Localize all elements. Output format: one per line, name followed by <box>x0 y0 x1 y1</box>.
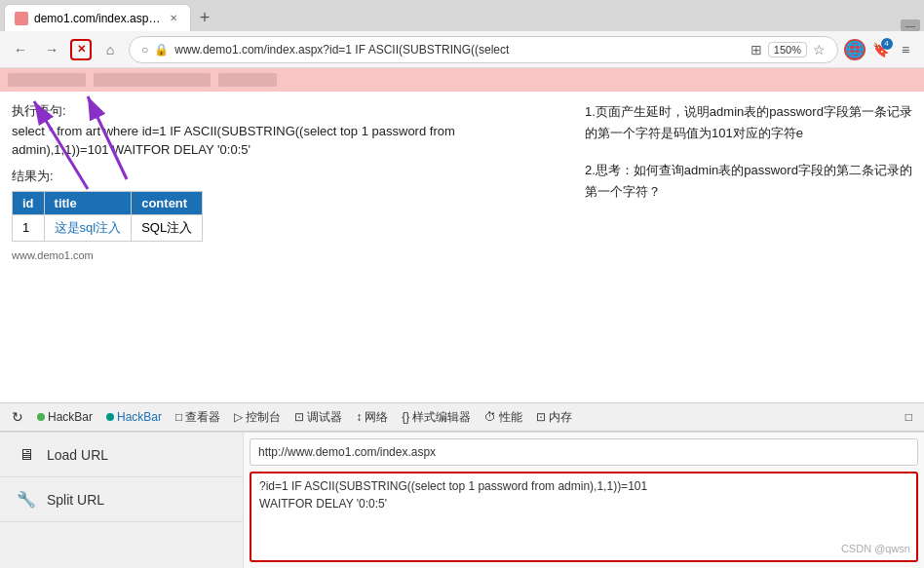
devtools-console[interactable]: ▷ 控制台 <box>228 407 287 428</box>
hackbar-panel: 🖥 Load URL 🔧 Split URL http://www.demo1.… <box>0 432 924 568</box>
devtools-network[interactable]: ↕ 网络 <box>350 407 394 428</box>
active-tab[interactable]: demo1.com/index.aspx?id=1 ✕ <box>4 4 191 31</box>
devtools-debugger[interactable]: ⊡ 调试器 <box>289 407 348 428</box>
inspector-label: 查看器 <box>185 409 220 426</box>
performance-icon: ⏱ <box>484 410 496 424</box>
address-text: www.demo1.com/index.aspx?id=1 IF ASCII(S… <box>174 43 745 57</box>
inspector-icon: □ <box>175 410 182 424</box>
main-area: 执行语句: select * from art where id=1 IF AS… <box>0 92 924 402</box>
nav-icons: 🌐 🔖 4 ≡ <box>844 39 916 60</box>
debugger-icon: ⊡ <box>294 410 304 424</box>
refresh-icon: ↻ <box>12 409 23 425</box>
devtools-side-icon[interactable]: □ <box>900 408 918 426</box>
network-label: 网络 <box>365 409 388 426</box>
result-label: 结果为: <box>12 168 561 185</box>
sql-query: select * from art where id=1 IF ASCII(SU… <box>12 122 561 160</box>
bookmark-icon[interactable]: ☆ <box>813 42 826 57</box>
col-id: id <box>13 191 45 214</box>
cell-id: 1 <box>13 214 45 241</box>
load-url-button[interactable]: 🖥 Load URL <box>0 433 243 477</box>
url-top-text: http://www.demo1.com/index.aspx <box>258 445 436 459</box>
window-minimize-button[interactable]: — <box>901 19 920 31</box>
load-url-label: Load URL <box>47 447 108 463</box>
cell-title: 这是sql注入 <box>44 214 132 241</box>
memory-icon: ⊡ <box>536 410 546 424</box>
col-content: content <box>132 191 203 214</box>
browser-window: demo1.com/index.aspx?id=1 ✕ + — ← → ✕ ⌂ … <box>0 0 924 568</box>
back-button[interactable]: ← <box>8 37 33 62</box>
url-bottom-line2: WAITFOR DELAY '0:0:5' <box>259 495 908 512</box>
devtools-inspector[interactable]: □ 查看器 <box>170 407 226 428</box>
tab-favicon <box>15 12 28 25</box>
debugger-label: 调试器 <box>307 409 342 426</box>
console-label: 控制台 <box>246 409 281 426</box>
nav-bar: ← → ✕ ⌂ ○ 🔒 www.demo1.com/index.aspx?id=… <box>0 31 924 68</box>
annotation-text-2: 2.思考：如何查询admin表的password字段的第二条记录的第一个字符？ <box>585 160 912 203</box>
cell-content: SQL注入 <box>132 214 203 241</box>
hackbar-left-panel: 🖥 Load URL 🔧 Split URL <box>0 433 244 568</box>
result-table: id title content 1 这是sql注入 SQL注入 <box>12 191 203 242</box>
tab-close-button[interactable]: ✕ <box>167 12 180 25</box>
devtools-bar: ↻ HackBar HackBar □ 查看器 ▷ 控制台 ⊡ 调试器 <box>0 402 924 432</box>
page-content: 执行语句: select * from art where id=1 IF AS… <box>0 92 924 568</box>
address-bar[interactable]: ○ 🔒 www.demo1.com/index.aspx?id=1 IF ASC… <box>129 36 838 63</box>
annotation-text-1: 1.页面产生延时，说明admin表的password字段第一条记录的第一个字符是… <box>585 101 912 144</box>
grid-icon: ⊞ <box>751 42 762 57</box>
hackbar-right-panel: http://www.demo1.com/index.aspx ?id=1 IF… <box>244 433 924 568</box>
anno-block-2 <box>94 73 211 87</box>
col-title: title <box>44 191 132 214</box>
style-label: 样式编辑器 <box>412 409 471 426</box>
console-icon: ▷ <box>234 410 243 424</box>
split-url-icon: 🔧 <box>16 489 37 511</box>
performance-label: 性能 <box>499 409 522 426</box>
dot-teal-icon <box>106 413 114 421</box>
tab-title: demo1.com/index.aspx?id=1 <box>34 12 161 25</box>
new-tab-button[interactable]: + <box>191 4 218 31</box>
annotation-bar <box>0 68 924 92</box>
sql-label: 执行语句: <box>12 101 561 122</box>
network-icon: ↕ <box>356 410 362 424</box>
devtools-hackbar-1[interactable]: HackBar <box>31 408 98 426</box>
menu-icon[interactable]: ≡ <box>895 39 916 60</box>
devtools-style-editor[interactable]: {} 样式编辑器 <box>396 407 477 428</box>
tab-bar: demo1.com/index.aspx?id=1 ✕ + — <box>0 0 924 31</box>
hackbar-label-2: HackBar <box>117 410 162 424</box>
home-button[interactable]: ⌂ <box>97 37 123 62</box>
url-input-bottom[interactable]: ?id=1 IF ASCII(SUBSTRING((select top 1 p… <box>250 472 918 562</box>
forward-button[interactable]: → <box>39 37 64 62</box>
devtools-performance[interactable]: ⏱ 性能 <box>479 407 528 428</box>
url-input-top[interactable]: http://www.demo1.com/index.aspx <box>250 438 918 466</box>
stop-button[interactable]: ✕ <box>70 39 92 60</box>
zoom-level: 150% <box>768 42 807 57</box>
split-url-button[interactable]: 🔧 Split URL <box>0 477 243 522</box>
url-bottom-line1: ?id=1 IF ASCII(SUBSTRING((select top 1 p… <box>259 477 908 495</box>
anno-block-3 <box>218 73 277 87</box>
devtools-memory[interactable]: ⊡ 内存 <box>530 407 578 428</box>
table-row: 1 这是sql注入 SQL注入 <box>13 214 203 241</box>
side-panel-icon: □ <box>905 410 912 424</box>
content-right: 1.页面产生延时，说明admin表的password字段第一条记录的第一个字符是… <box>573 92 924 402</box>
style-icon: {} <box>402 410 409 424</box>
devtools-item-refresh[interactable]: ↻ <box>6 407 29 427</box>
avatar-icon[interactable]: 🌐 <box>844 39 866 60</box>
csdn-watermark: CSDN @qwsn <box>841 541 910 557</box>
sql-statement: 执行语句: select * from art where id=1 IF AS… <box>12 101 561 160</box>
memory-label: 内存 <box>549 409 572 426</box>
split-url-label: Split URL <box>47 492 104 508</box>
site-url: www.demo1.com <box>12 249 561 261</box>
dot-green-icon <box>37 413 45 421</box>
load-url-icon: 🖥 <box>16 444 37 466</box>
devtools-overflow[interactable] <box>580 415 592 419</box>
badge-icon[interactable]: 🔖 4 <box>869 39 891 60</box>
hackbar-label-1: HackBar <box>48 410 93 424</box>
content-left: 执行语句: select * from art where id=1 IF AS… <box>0 92 573 402</box>
anno-block-1 <box>8 73 86 87</box>
devtools-hackbar-2[interactable]: HackBar <box>100 408 168 426</box>
